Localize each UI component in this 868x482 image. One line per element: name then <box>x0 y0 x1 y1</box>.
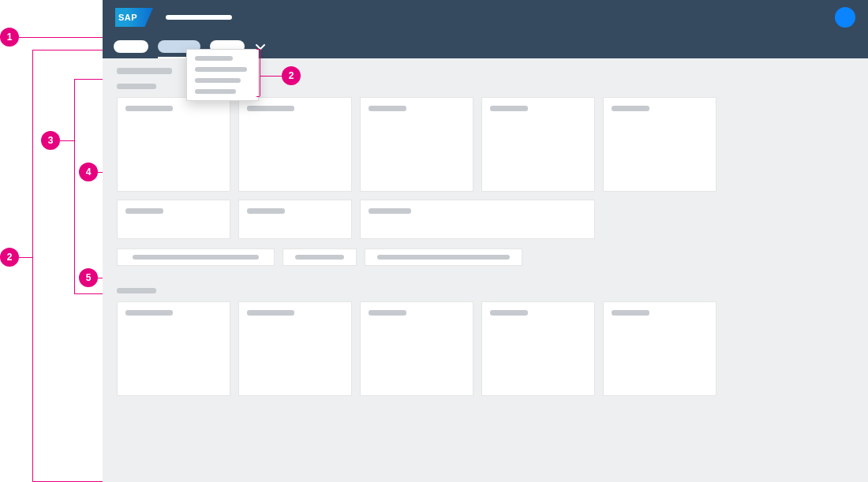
group-title-placeholder <box>117 288 156 293</box>
overflow-item[interactable] <box>195 89 236 94</box>
tile[interactable] <box>360 97 473 192</box>
annotation-line <box>32 50 103 50</box>
link-chip[interactable] <box>117 248 275 266</box>
annotation-line <box>32 50 33 482</box>
overflow-item[interactable] <box>195 56 233 61</box>
shell-bar: SAP <box>103 0 868 35</box>
sap-logo[interactable]: SAP <box>115 8 153 27</box>
tile[interactable] <box>360 301 473 396</box>
page-title-placeholder <box>117 68 172 74</box>
group-title-placeholder <box>117 84 156 89</box>
annotation-line <box>260 49 260 96</box>
tile[interactable] <box>481 301 595 396</box>
overflow-item[interactable] <box>195 67 247 72</box>
annotation-marker-3: 3 <box>41 131 60 150</box>
tile-row <box>117 301 854 396</box>
nav-tab-1[interactable] <box>114 40 148 53</box>
tile[interactable] <box>481 97 595 192</box>
tile[interactable] <box>238 200 352 239</box>
annotation-marker-1: 1 <box>0 28 19 47</box>
group-1 <box>117 84 854 266</box>
tile-row <box>117 97 854 192</box>
tile[interactable] <box>603 97 716 192</box>
link-chip[interactable] <box>365 248 522 266</box>
overflow-item[interactable] <box>195 78 241 83</box>
annotation-line <box>256 49 260 50</box>
annotation-rail: 1 2 3 4 5 <box>0 0 103 482</box>
annotation-line <box>19 37 110 38</box>
nav-overflow-menu[interactable] <box>186 49 259 101</box>
page-content <box>103 58 868 482</box>
tile[interactable] <box>117 97 230 192</box>
tile[interactable] <box>238 301 352 396</box>
app-frame: SAP <box>103 0 868 482</box>
sap-logo-text: SAP <box>118 13 137 22</box>
annotation-marker-5: 5 <box>79 268 98 287</box>
annotation-line <box>256 96 260 97</box>
link-chip[interactable] <box>282 248 357 266</box>
tile-row-short <box>117 200 854 239</box>
annotation-marker-2b: 2 <box>282 66 301 85</box>
tile[interactable] <box>117 301 230 396</box>
annotation-line <box>19 257 32 258</box>
annotation-marker-2: 2 <box>0 248 19 267</box>
tile[interactable] <box>238 97 352 192</box>
annotation-line <box>74 79 75 293</box>
link-row <box>117 248 854 266</box>
tile-wide[interactable] <box>360 200 595 239</box>
user-avatar[interactable] <box>835 7 855 28</box>
tile[interactable] <box>603 301 716 396</box>
annotation-marker-4: 4 <box>79 163 98 181</box>
annotation-line <box>260 76 282 77</box>
group-2 <box>117 288 854 396</box>
annotation-line <box>60 140 74 141</box>
shell-title-placeholder <box>166 15 232 20</box>
tile[interactable] <box>117 200 230 239</box>
